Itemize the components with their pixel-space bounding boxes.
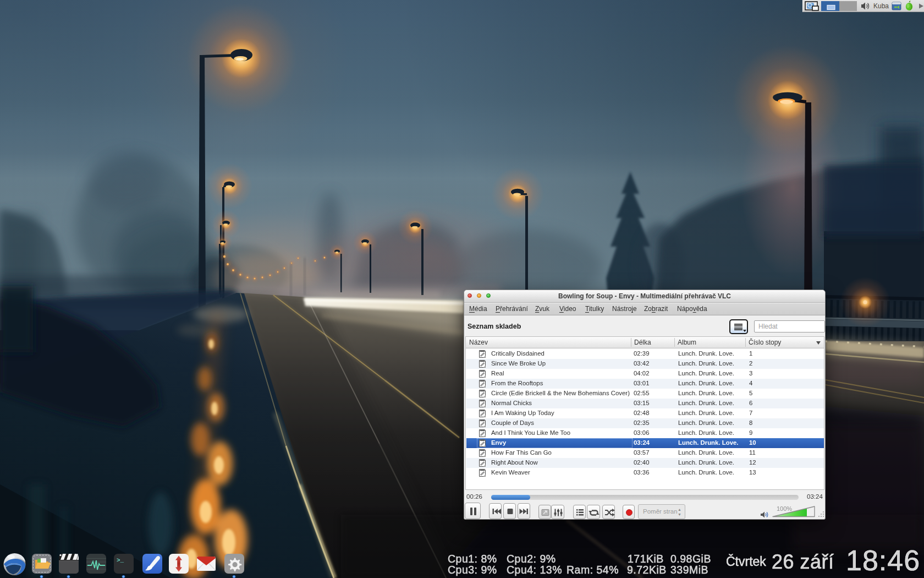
svg-text:>_: >_: [117, 557, 124, 564]
